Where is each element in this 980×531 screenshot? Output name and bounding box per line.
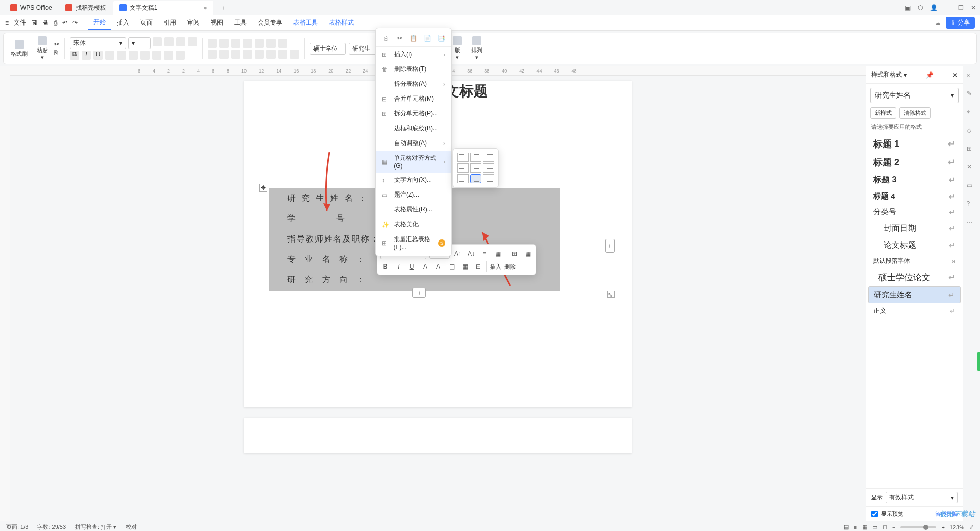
- select-tool-icon[interactable]: ⌖: [967, 108, 977, 118]
- table-move-handle[interactable]: ✥: [259, 184, 267, 192]
- more-icon[interactable]: ⋯: [967, 219, 977, 229]
- view-focus-icon[interactable]: ◻: [883, 524, 887, 530]
- italic-icon[interactable]: I: [82, 51, 91, 60]
- hamburger-icon[interactable]: ≡: [5, 19, 9, 27]
- align-bottom-left[interactable]: [457, 174, 469, 183]
- shapes-icon[interactable]: ◇: [967, 127, 977, 137]
- ctx-copy-icon[interactable]: ⎘: [381, 33, 390, 43]
- cut-icon[interactable]: ✂: [54, 41, 59, 48]
- tabstop-icon[interactable]: [255, 39, 264, 48]
- ctx-borders[interactable]: 边框和底纹(B)...: [376, 121, 451, 136]
- new-style-button[interactable]: 新样式: [870, 107, 896, 119]
- redo-icon[interactable]: ↷: [72, 19, 78, 27]
- file-menu[interactable]: 文件: [14, 18, 26, 27]
- ctx-text-direction[interactable]: ↕文字方向(X)...: [376, 173, 451, 187]
- zoom-slider[interactable]: [900, 526, 936, 528]
- mini-border-icon[interactable]: ▦: [460, 261, 470, 272]
- status-spellcheck[interactable]: 拼写检查: 打开 ▾: [75, 523, 116, 531]
- style-heading3[interactable]: 标题 3↵: [868, 172, 961, 188]
- mini-list-icon[interactable]: ≡: [479, 249, 489, 259]
- mini-style-icon[interactable]: ▦: [523, 249, 533, 259]
- mini-highlight-icon[interactable]: A: [420, 261, 430, 272]
- ctx-cell-align[interactable]: ▦单元格对齐方式(G)›: [376, 151, 451, 173]
- style-defaultfont[interactable]: 默认段落字体a: [868, 254, 961, 269]
- layout-btn[interactable]: 版▾: [450, 35, 465, 62]
- document-page-2[interactable]: [244, 418, 632, 453]
- arrange-btn[interactable]: 排列▾: [468, 35, 485, 62]
- style-normal[interactable]: 正文↵: [868, 303, 961, 319]
- style-heading4[interactable]: 标题 4↵: [868, 188, 961, 204]
- mini-merge-icon[interactable]: ⊟: [473, 261, 483, 272]
- status-words[interactable]: 字数: 29/53: [37, 523, 66, 531]
- style-gallery-2[interactable]: 研究生: [349, 43, 379, 55]
- case-icon[interactable]: [176, 37, 185, 46]
- ctx-caption[interactable]: ▭题注(Z)...: [376, 187, 451, 202]
- style-heading1[interactable]: 标题 1↵: [868, 135, 961, 153]
- font-size[interactable]: ▾: [128, 37, 151, 49]
- clear-format-button[interactable]: 清除格式: [899, 107, 931, 119]
- ctx-pastetext-icon[interactable]: 📄: [423, 33, 432, 43]
- strike-icon[interactable]: [105, 51, 114, 60]
- copy-icon[interactable]: ⎘: [54, 49, 59, 56]
- resize-handle[interactable]: ⤡: [607, 291, 615, 298]
- decrease-font-icon[interactable]: [164, 37, 174, 46]
- align-bottom-center[interactable]: [470, 174, 481, 183]
- current-style[interactable]: 研究生姓名▾: [870, 88, 959, 103]
- add-col-handle[interactable]: ＋: [605, 239, 615, 253]
- menu-tablestyle[interactable]: 表格样式: [324, 16, 359, 30]
- pane-icon[interactable]: ▣: [905, 4, 911, 11]
- docs-icon[interactable]: ⊞: [967, 145, 977, 155]
- align-middle-center[interactable]: [470, 163, 481, 173]
- menu-ref[interactable]: 引用: [158, 16, 182, 30]
- align-top-center[interactable]: [470, 153, 481, 162]
- ctx-autofit[interactable]: 自动调整(A)›: [376, 136, 451, 151]
- superscript-icon[interactable]: [117, 51, 126, 60]
- borders-icon[interactable]: [290, 50, 299, 59]
- align-center-icon[interactable]: [219, 50, 229, 59]
- align-justify-icon[interactable]: [243, 50, 252, 59]
- sort-icon[interactable]: [266, 39, 276, 48]
- align-bottom-right[interactable]: [483, 174, 494, 183]
- avatar-icon[interactable]: 👤: [930, 4, 938, 11]
- linespace-icon[interactable]: [266, 50, 276, 59]
- view-web-icon[interactable]: ▦: [862, 524, 867, 530]
- ctx-cut-icon[interactable]: ✂: [395, 33, 404, 43]
- close-panel-icon[interactable]: ✕: [952, 71, 958, 79]
- status-page[interactable]: 页面: 1/3: [6, 523, 28, 531]
- link-icon[interactable]: ✕: [967, 163, 977, 174]
- ctx-insert[interactable]: ⊞插入(I)›: [376, 47, 451, 62]
- mini-fill-icon[interactable]: ◫: [447, 261, 457, 272]
- share-button[interactable]: ⇪ 分享: [946, 17, 975, 29]
- font-name[interactable]: 宋体▾: [70, 37, 126, 49]
- zoom-in-icon[interactable]: +: [941, 524, 944, 530]
- mini-italic-icon[interactable]: I: [394, 261, 404, 272]
- status-proof[interactable]: 校对: [126, 523, 137, 531]
- style-papertitle[interactable]: 论文标题↵: [868, 237, 961, 254]
- ctx-pastespecial-icon[interactable]: 📑: [436, 33, 446, 43]
- style-coverdate[interactable]: 封面日期↵: [868, 220, 961, 237]
- ctx-table-props[interactable]: 表格属性(R)...: [376, 202, 451, 217]
- minimize-icon[interactable]: —: [945, 4, 951, 11]
- view-read-icon[interactable]: ▭: [872, 524, 877, 530]
- clear-fmt-icon[interactable]: [188, 37, 197, 46]
- restore-icon[interactable]: ❐: [958, 4, 964, 11]
- style-thesis[interactable]: 硕士学位论文↵: [868, 269, 961, 286]
- tab-wps[interactable]: WPS Office: [4, 1, 58, 15]
- print-icon[interactable]: 🖶: [42, 19, 48, 27]
- menu-review[interactable]: 审阅: [182, 16, 205, 30]
- charborder-icon[interactable]: [176, 51, 185, 60]
- menu-tools[interactable]: 工具: [229, 16, 252, 30]
- align-middle-left[interactable]: [457, 163, 469, 173]
- collapse-icon[interactable]: «: [967, 71, 977, 82]
- shading-icon[interactable]: [278, 50, 287, 59]
- mini-incfont-icon[interactable]: A↑: [453, 249, 463, 259]
- menu-insert[interactable]: 插入: [111, 16, 135, 30]
- highlight-icon[interactable]: [152, 51, 161, 60]
- save-icon[interactable]: 🖫: [31, 19, 37, 27]
- align-left-icon[interactable]: [208, 50, 217, 59]
- align-dist-icon[interactable]: [255, 50, 264, 59]
- format-painter[interactable]: 格式刷: [8, 39, 31, 59]
- pin-icon[interactable]: 📌: [926, 71, 934, 79]
- zoom-value[interactable]: 123%: [950, 524, 964, 530]
- mini-underline-icon[interactable]: U: [407, 261, 417, 272]
